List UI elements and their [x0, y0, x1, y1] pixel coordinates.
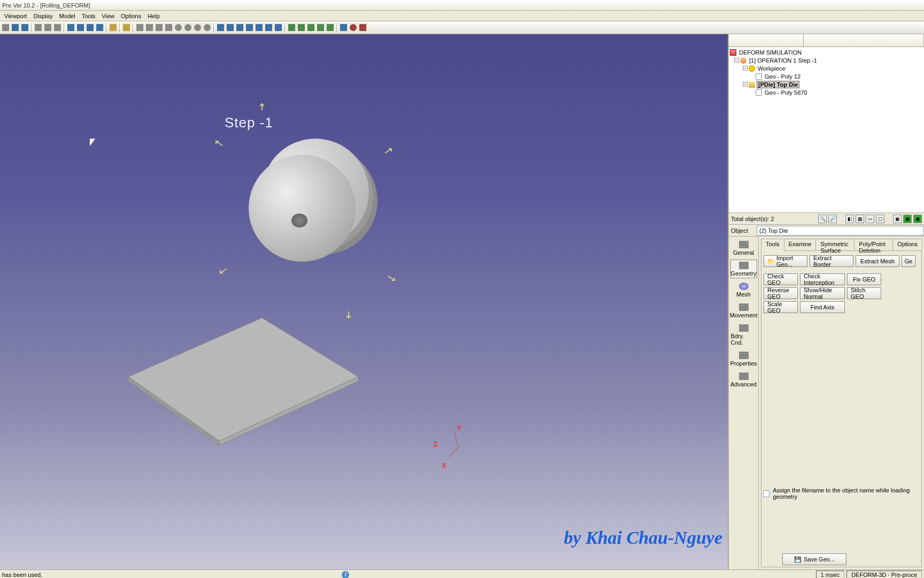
tool-rotate2-icon[interactable]: [183, 23, 192, 32]
expander-icon[interactable]: −: [743, 66, 748, 71]
tree-header-col2[interactable]: [804, 34, 924, 47]
tool-view4-icon[interactable]: [95, 23, 104, 32]
tool-graph7-icon[interactable]: [274, 23, 283, 32]
tool-camera-icon[interactable]: [11, 23, 20, 32]
add-icon[interactable]: ▣: [893, 215, 902, 223]
extract-mesh-button[interactable]: Extract Mesh: [856, 255, 899, 267]
tool-fit-icon[interactable]: [193, 23, 202, 32]
scale-geo-button[interactable]: Scale GEO: [764, 301, 798, 313]
tree-workpiece[interactable]: − Workpiece: [730, 64, 923, 72]
3d-viewport[interactable]: Step -1 Y Z X by Khai Chau-Nguye: [0, 34, 729, 569]
step-label: Step -1: [225, 115, 273, 131]
tool-rect-icon[interactable]: [122, 23, 131, 32]
tree-topdie-geo-label: Geo - Poly 5870: [764, 89, 808, 96]
tool-copy-icon[interactable]: [43, 23, 52, 32]
find-axis-button[interactable]: Find Axis: [800, 301, 845, 313]
tool-paste-icon[interactable]: [53, 23, 62, 32]
viewmode3-icon[interactable]: ▭: [866, 215, 874, 223]
object-tree[interactable]: DEFORM SIMULATION − [1] OPERATION 1 Step…: [729, 47, 924, 213]
tool-graph4-icon[interactable]: [245, 23, 254, 32]
tool-view1-icon[interactable]: [66, 23, 75, 32]
side-tab-mesh[interactable]: Mesh: [730, 280, 757, 299]
tree-header-col1[interactable]: [729, 34, 804, 47]
side-tab-general[interactable]: General: [730, 239, 757, 257]
stitch-geo-button[interactable]: Stitch GEO: [847, 287, 881, 299]
tool-graph5-icon[interactable]: [255, 23, 264, 32]
side-tab-properties[interactable]: Properties: [730, 349, 757, 368]
folder-icon: [749, 81, 755, 88]
reverse-geo-button[interactable]: Reverse GEO: [764, 287, 798, 299]
tool-snapshot-icon[interactable]: [20, 23, 29, 32]
ge-button[interactable]: Ge: [902, 255, 915, 267]
fix-geo-button[interactable]: Fix GEO: [847, 273, 881, 285]
tree-workpiece-geo[interactable]: Geo - Poly 12: [730, 72, 923, 80]
tool-cut-icon[interactable]: [34, 23, 43, 32]
menu-tools[interactable]: Tools: [79, 12, 99, 20]
import-geo-button[interactable]: 📁Import Geo...: [764, 255, 807, 267]
inner-tab-polypoint[interactable]: Poly/Point Deletion: [854, 239, 893, 250]
inner-tab-options[interactable]: Options: [892, 239, 922, 250]
tool-view3-icon[interactable]: [86, 23, 95, 32]
tool-zoom-window-icon[interactable]: [164, 23, 173, 32]
tool-db2-icon[interactable]: [297, 23, 306, 32]
viewmode2-icon[interactable]: ▦: [856, 215, 864, 223]
menu-options[interactable]: Options: [118, 12, 144, 20]
tool-db1-icon[interactable]: [287, 23, 296, 32]
tool-pan-icon[interactable]: [145, 23, 154, 32]
side-tab-advanced[interactable]: Advanced: [730, 370, 757, 389]
action-icon[interactable]: ▣: [903, 215, 912, 223]
tool-rotate-icon[interactable]: [174, 23, 183, 32]
tool-new-icon[interactable]: [1, 23, 10, 32]
expander-icon[interactable]: −: [734, 58, 739, 63]
tree-topdie[interactable]: − [PDie] Top Die: [730, 80, 923, 88]
side-tab-bdry[interactable]: Bdry. Cnd.: [730, 322, 757, 347]
extract-border-button[interactable]: Extract Border: [810, 255, 853, 267]
tool-graph3-icon[interactable]: [235, 23, 244, 32]
tree-topdie-geo[interactable]: Geo - Poly 5870: [730, 88, 923, 96]
workpiece-model[interactable]: [123, 313, 358, 446]
tool-db4-icon[interactable]: [316, 23, 325, 32]
tool-stop-icon[interactable]: [349, 23, 358, 32]
menu-model[interactable]: Model: [56, 12, 79, 20]
assign-filename-row[interactable]: Assign the filename to the object name w…: [763, 487, 924, 500]
tool-db5-icon[interactable]: [326, 23, 335, 32]
inner-tab-examine[interactable]: Examine: [784, 239, 817, 250]
info-icon[interactable]: i: [342, 571, 349, 579]
tree-root[interactable]: DEFORM SIMULATION: [730, 48, 923, 56]
delete-icon[interactable]: ▣: [913, 215, 922, 223]
menu-help[interactable]: Help: [144, 12, 163, 20]
filter-icon[interactable]: 🔎: [828, 215, 837, 223]
tree-operation[interactable]: − [1] OPERATION 1 Step -1: [730, 56, 923, 64]
tool-pointer-icon[interactable]: [135, 23, 144, 32]
tool-graph2-icon[interactable]: [226, 23, 235, 32]
menu-view[interactable]: View: [98, 12, 118, 20]
save-geo-button[interactable]: 💾Save Geo...: [782, 553, 846, 565]
check-interception-button[interactable]: Check Interception: [800, 273, 845, 285]
viewmode4-icon[interactable]: ▢: [876, 215, 884, 223]
side-tab-geometry[interactable]: Geometry: [730, 260, 757, 278]
tool-zoom-icon[interactable]: [155, 23, 164, 32]
object-label: Object: [729, 227, 757, 234]
side-tab-movement[interactable]: Movement: [730, 301, 757, 320]
tool-graph6-icon[interactable]: [264, 23, 273, 32]
top-die-model[interactable]: [241, 139, 374, 272]
find-icon[interactable]: 🔍: [818, 215, 827, 223]
show-hide-normal-button[interactable]: Show/Hide Normal: [800, 287, 845, 299]
tool-db3-icon[interactable]: [306, 23, 315, 32]
tool-exit-icon[interactable]: [358, 23, 367, 32]
viewmode1-icon[interactable]: ◧: [845, 215, 854, 223]
tool-graph1-icon[interactable]: [216, 23, 225, 32]
assign-filename-checkbox[interactable]: [763, 490, 769, 497]
menu-display[interactable]: Display: [30, 12, 56, 20]
expander-icon[interactable]: −: [743, 82, 748, 87]
tool-view2-icon[interactable]: [76, 23, 85, 32]
inner-tab-symmetric[interactable]: Symmetric Surface: [815, 239, 854, 250]
tool-folder-icon[interactable]: [109, 23, 118, 32]
tool-iso-icon[interactable]: [203, 23, 212, 32]
inner-tab-tools[interactable]: Tools: [761, 239, 784, 251]
menu-viewport[interactable]: Viewport: [1, 12, 30, 20]
check-geo-button[interactable]: Check GEO: [764, 273, 798, 285]
dir-arrow-icon: [215, 139, 224, 148]
object-field[interactable]: (2) Top Die: [757, 226, 924, 235]
tool-help-icon[interactable]: [339, 23, 348, 32]
